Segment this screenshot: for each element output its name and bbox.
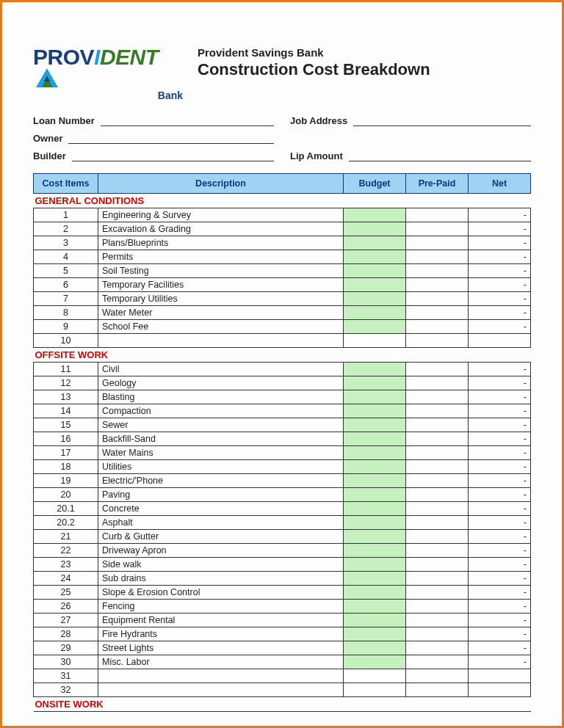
- cell-prepaid[interactable]: [406, 655, 469, 669]
- cell-prepaid[interactable]: [406, 683, 469, 697]
- input-job-address[interactable]: [353, 114, 531, 126]
- cell-item-number: 7: [34, 292, 98, 306]
- cell-prepaid[interactable]: [406, 641, 469, 655]
- cell-prepaid[interactable]: [406, 669, 469, 683]
- input-builder[interactable]: [72, 150, 274, 161]
- cell-prepaid[interactable]: [406, 390, 469, 404]
- cell-budget[interactable]: [344, 363, 406, 376]
- cell-prepaid[interactable]: [406, 250, 469, 264]
- cell-budget[interactable]: [344, 306, 406, 320]
- cell-budget[interactable]: [344, 614, 406, 627]
- cell-prepaid[interactable]: [406, 418, 469, 432]
- col-description: Description: [98, 174, 344, 194]
- cell-budget[interactable]: [344, 250, 406, 264]
- input-owner[interactable]: [68, 132, 274, 144]
- cell-budget[interactable]: [344, 474, 406, 488]
- section-header: OFFSITE WORK: [34, 348, 531, 363]
- cell-prepaid[interactable]: [406, 544, 469, 558]
- cell-prepaid[interactable]: [406, 306, 469, 320]
- cell-prepaid[interactable]: [406, 460, 469, 474]
- cell-prepaid[interactable]: [406, 614, 469, 627]
- cell-budget[interactable]: [344, 641, 406, 655]
- cell-prepaid[interactable]: [406, 208, 469, 222]
- cell-budget[interactable]: [344, 334, 406, 348]
- cell-prepaid[interactable]: [406, 474, 469, 488]
- cell-budget[interactable]: [344, 669, 406, 683]
- input-lip-amount[interactable]: [349, 150, 531, 161]
- cell-budget[interactable]: [344, 264, 406, 278]
- cell-prepaid[interactable]: [406, 334, 469, 348]
- cell-description: Slope & Erosion Control: [98, 586, 344, 600]
- cell-budget[interactable]: [344, 320, 406, 334]
- cell-prepaid[interactable]: [406, 320, 469, 334]
- cell-budget[interactable]: [344, 404, 406, 418]
- cell-prepaid[interactable]: [406, 488, 469, 502]
- cell-description: Paving: [98, 488, 344, 502]
- cell-budget[interactable]: [344, 460, 406, 474]
- cell-net: -: [469, 278, 531, 292]
- label-job-address: Job Address: [290, 115, 347, 126]
- cell-prepaid[interactable]: [406, 502, 469, 516]
- cell-budget[interactable]: [344, 222, 406, 236]
- cell-prepaid[interactable]: [406, 558, 469, 572]
- col-cost-items: Cost Items: [34, 174, 98, 194]
- cell-budget[interactable]: [344, 627, 406, 641]
- cell-prepaid[interactable]: [406, 278, 469, 292]
- cell-description: Street Lights: [98, 641, 344, 655]
- cell-item-number: 6: [34, 278, 98, 292]
- cell-budget[interactable]: [344, 432, 406, 446]
- logo-text-i: I: [94, 45, 100, 69]
- cell-budget[interactable]: [344, 502, 406, 516]
- cell-prepaid[interactable]: [406, 222, 469, 236]
- table-row: 15Sewer-: [34, 418, 531, 432]
- cell-prepaid[interactable]: [406, 292, 469, 306]
- cell-budget[interactable]: [344, 278, 406, 292]
- cell-description: Fire Hydrants: [98, 627, 344, 641]
- cell-prepaid[interactable]: [406, 363, 469, 376]
- cell-prepaid[interactable]: [406, 446, 469, 460]
- cell-net: -: [469, 250, 531, 264]
- cell-net: -: [469, 502, 531, 516]
- cell-budget[interactable]: [344, 376, 406, 390]
- cell-budget[interactable]: [344, 236, 406, 250]
- cell-prepaid[interactable]: [406, 627, 469, 641]
- cell-budget[interactable]: [344, 600, 406, 614]
- cell-prepaid[interactable]: [406, 600, 469, 614]
- cell-budget[interactable]: [344, 292, 406, 306]
- cell-item-number: 17: [34, 446, 98, 460]
- cell-budget[interactable]: [344, 516, 406, 530]
- cell-budget[interactable]: [344, 488, 406, 502]
- cell-item-number: 13: [34, 390, 98, 404]
- table-row: 1Engineering & Survey-: [34, 208, 531, 222]
- cell-budget[interactable]: [344, 572, 406, 586]
- cell-budget[interactable]: [344, 418, 406, 432]
- cell-prepaid[interactable]: [406, 586, 469, 600]
- table-row: 4Permits-: [34, 250, 531, 264]
- cell-prepaid[interactable]: [406, 432, 469, 446]
- cell-budget[interactable]: [344, 530, 406, 544]
- cell-budget[interactable]: [344, 544, 406, 558]
- cell-net: -: [469, 404, 531, 418]
- label-builder: Builder: [33, 150, 66, 161]
- cell-prepaid[interactable]: [406, 376, 469, 390]
- section-title: ONSITE WORK: [34, 697, 531, 712]
- cell-prepaid[interactable]: [406, 264, 469, 278]
- cell-item-number: 20.2: [34, 516, 98, 530]
- cell-item-number: 9: [34, 320, 98, 334]
- cell-prepaid[interactable]: [406, 572, 469, 586]
- cell-net: [469, 334, 531, 348]
- cell-budget[interactable]: [344, 208, 406, 222]
- cell-prepaid[interactable]: [406, 530, 469, 544]
- cell-budget[interactable]: [344, 655, 406, 669]
- cell-prepaid[interactable]: [406, 516, 469, 530]
- cell-budget[interactable]: [344, 558, 406, 572]
- cell-budget[interactable]: [344, 586, 406, 600]
- cell-budget[interactable]: [344, 683, 406, 697]
- cell-prepaid[interactable]: [406, 236, 469, 250]
- input-loan-number[interactable]: [101, 114, 274, 126]
- cell-item-number: 11: [34, 363, 98, 376]
- cell-budget[interactable]: [344, 446, 406, 460]
- cell-budget[interactable]: [344, 390, 406, 404]
- cell-item-number: 14: [34, 404, 98, 418]
- cell-prepaid[interactable]: [406, 404, 469, 418]
